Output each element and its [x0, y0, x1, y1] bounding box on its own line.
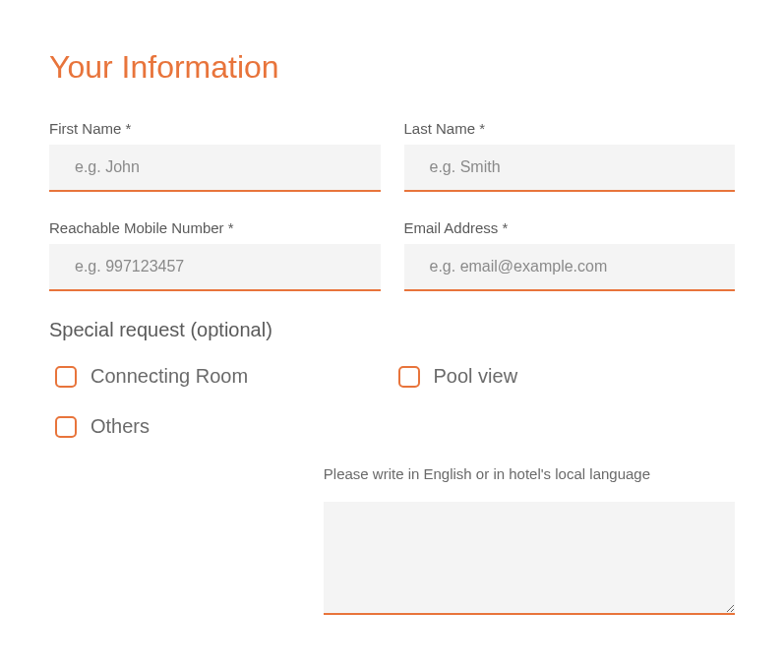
mobile-input[interactable]: [49, 244, 381, 291]
email-field-group: Email Address *: [404, 219, 736, 291]
last-name-input[interactable]: [404, 145, 736, 192]
mobile-field-group: Reachable Mobile Number *: [49, 219, 381, 291]
mobile-label: Reachable Mobile Number *: [49, 219, 381, 236]
page-title: Your Information: [49, 49, 735, 86]
name-row: First Name * Last Name *: [49, 120, 735, 192]
pool-view-option: Pool view: [392, 365, 736, 388]
pool-view-label: Pool view: [434, 365, 518, 388]
others-option: Others: [49, 415, 392, 438]
pool-view-checkbox[interactable]: [398, 366, 420, 388]
first-name-field-group: First Name *: [49, 120, 381, 192]
last-name-label: Last Name *: [404, 120, 736, 137]
note-spacer: [49, 465, 324, 619]
note-label: Please write in English or in hotel's lo…: [324, 465, 735, 482]
email-label: Email Address *: [404, 219, 736, 236]
connecting-room-checkbox[interactable]: [55, 366, 77, 388]
special-request-heading: Special request (optional): [49, 319, 735, 341]
email-input[interactable]: [404, 244, 736, 291]
note-row: Please write in English or in hotel's lo…: [49, 465, 735, 619]
contact-row: Reachable Mobile Number * Email Address …: [49, 219, 735, 291]
first-name-input[interactable]: [49, 145, 381, 192]
note-column: Please write in English or in hotel's lo…: [324, 465, 735, 619]
connecting-room-label: Connecting Room: [90, 365, 248, 388]
special-request-textarea[interactable]: [324, 502, 735, 615]
last-name-field-group: Last Name *: [404, 120, 736, 192]
others-checkbox[interactable]: [55, 416, 77, 438]
others-label: Others: [90, 415, 150, 438]
connecting-room-option: Connecting Room: [49, 365, 392, 388]
first-name-label: First Name *: [49, 120, 381, 137]
special-request-options: Connecting Room Pool view Others: [49, 365, 735, 465]
